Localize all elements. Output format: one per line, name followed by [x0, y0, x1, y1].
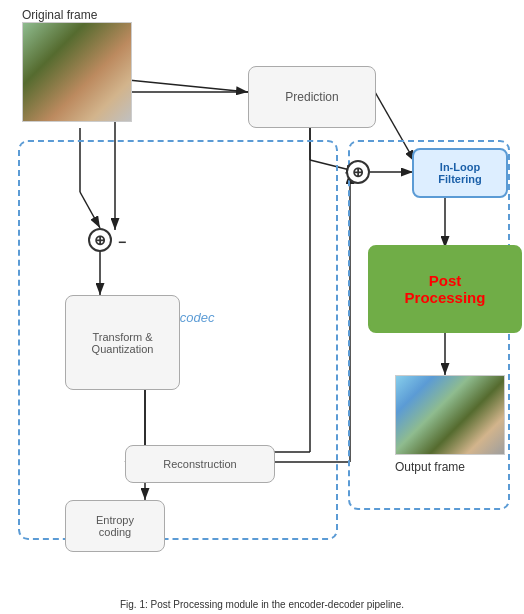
entropy-coding-label: Entropy coding: [96, 514, 134, 538]
original-frame-image: [22, 22, 132, 122]
prediction-box: Prediction: [248, 66, 376, 128]
original-frame-label: Original frame: [22, 8, 97, 22]
minus-label: −: [118, 234, 126, 250]
caption: Fig. 1: Post Processing module in the en…: [10, 599, 514, 610]
plus-symbol-1: ⊕: [94, 232, 106, 248]
plus-symbol-2: ⊕: [352, 164, 364, 180]
output-frame-label: Output frame: [395, 460, 465, 474]
reconstruction-box: Reconstruction: [125, 445, 275, 483]
post-processing-box: Post Processing: [368, 245, 522, 333]
prediction-label: Prediction: [285, 90, 338, 104]
svg-line-2: [128, 80, 248, 92]
output-frame-image: [395, 375, 505, 455]
transform-quantization-box: Transform & Quantization: [65, 295, 180, 390]
in-loop-filtering-label: In-Loop Filtering: [438, 161, 481, 185]
in-loop-filtering-box: In-Loop Filtering: [412, 148, 508, 198]
circle-sum-1: ⊕: [88, 228, 112, 252]
post-processing-label: Post Processing: [405, 272, 486, 306]
svg-line-3: [375, 92, 415, 162]
svg-line-16: [80, 192, 100, 228]
circle-sum-2: ⊕: [346, 160, 370, 184]
reconstruction-label: Reconstruction: [163, 458, 236, 470]
diagram-container: Original frame video codec Prediction In…: [0, 0, 524, 614]
entropy-coding-box: Entropy coding: [65, 500, 165, 552]
transform-quantization-label: Transform & Quantization: [92, 331, 154, 355]
